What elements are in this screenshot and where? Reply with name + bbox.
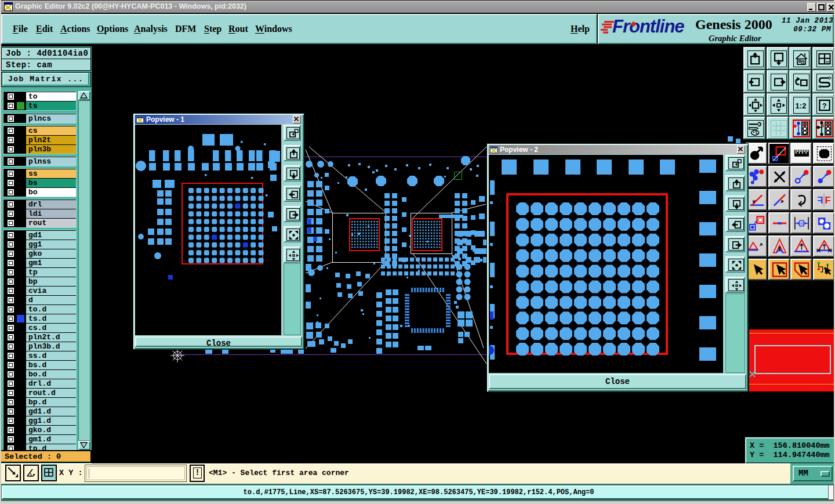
svg-text:?: ?: [822, 101, 827, 110]
svg-text:4: 4: [801, 222, 803, 226]
svg-text:1:2: 1:2: [796, 101, 807, 110]
svg-text:xy: xy: [826, 60, 830, 64]
svg-text:F: F: [818, 195, 823, 205]
svg-text:F: F: [825, 195, 830, 205]
